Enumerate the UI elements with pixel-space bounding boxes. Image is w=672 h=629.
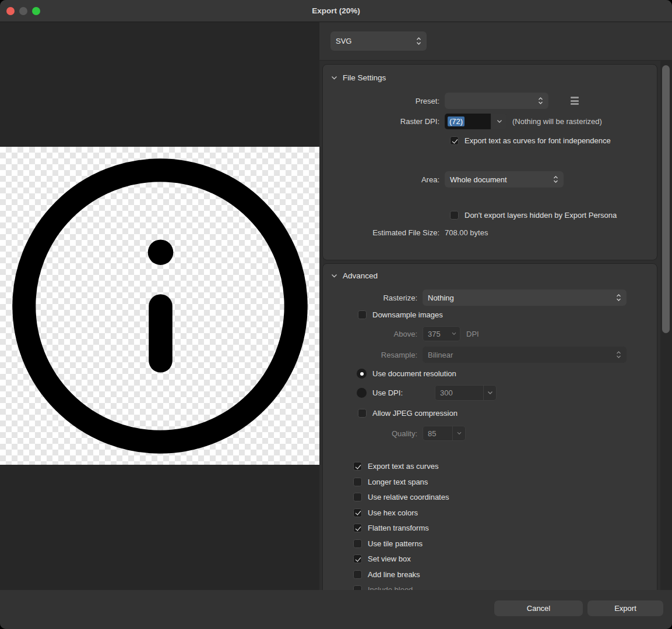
zoom-button[interactable] — [32, 7, 40, 15]
window-title: Export (20%) — [0, 6, 672, 15]
option-export-text-as-curves[interactable]: Export text as curves — [353, 462, 657, 471]
checkbox-label: Flatten transforms — [368, 524, 429, 532]
option-use-relative-coordinates[interactable]: Use relative coordinates — [353, 493, 657, 501]
raster-dpi-input[interactable]: (72) — [445, 114, 491, 129]
checkbox[interactable] — [358, 409, 367, 418]
preset-select[interactable] — [445, 93, 548, 109]
use-dpi-combo[interactable]: 300 — [435, 385, 497, 401]
scrollbar-track[interactable] — [660, 61, 672, 590]
checkbox[interactable] — [353, 570, 362, 579]
checkbox-label: Add line breaks — [368, 570, 420, 579]
rasterize-select-value: Nothing — [428, 294, 454, 302]
checkbox[interactable] — [353, 539, 362, 548]
info-icon — [12, 158, 308, 454]
chevron-down-icon — [331, 76, 337, 80]
estimated-size-value: 708.00 bytes — [445, 228, 488, 237]
checkbox[interactable] — [358, 310, 367, 319]
export-text-curves-font-checkbox[interactable]: Export text as curves for font independe… — [450, 136, 657, 145]
quality-dropdown-button[interactable] — [452, 426, 465, 440]
chevron-updown-icon — [616, 294, 621, 302]
option-flatten-transforms[interactable]: Flatten transforms — [353, 524, 657, 532]
checkbox-label: Downsample images — [372, 310, 443, 319]
use-document-resolution-radio[interactable]: Use document resolution — [357, 369, 657, 379]
chevron-updown-icon — [553, 175, 558, 183]
cancel-button[interactable]: Cancel — [494, 600, 583, 616]
use-dpi-dropdown-button[interactable] — [483, 386, 496, 400]
use-dpi-radio[interactable]: Use DPI: 300 — [357, 385, 657, 401]
quality-label: Quality: — [330, 429, 423, 438]
advanced-section: Advanced Rasterize: Nothing Downsample i — [322, 263, 657, 590]
option-set-view-box[interactable]: Set view box — [353, 554, 657, 563]
quality-combo[interactable]: 85 — [423, 426, 466, 441]
section-title: File Settings — [343, 73, 386, 82]
checkbox-label: Export text as curves — [368, 462, 438, 471]
radio-label: Use document resolution — [372, 369, 456, 378]
above-dpi-combo[interactable]: 375 — [423, 326, 460, 341]
rasterize-select[interactable]: Nothing — [423, 289, 627, 306]
raster-dpi-selected-text: (72) — [448, 116, 465, 126]
chevron-updown-icon — [538, 97, 543, 105]
checkbox-label: Set view box — [368, 554, 411, 563]
chevron-updown-icon — [416, 37, 421, 45]
option-use-tile-patterns[interactable]: Use tile patterns — [353, 539, 657, 548]
area-select[interactable]: Whole document — [445, 171, 564, 188]
preset-menu-button[interactable] — [571, 97, 579, 105]
radio-label: Use DPI: — [372, 388, 429, 397]
chevron-updown-icon — [616, 351, 621, 359]
checkbox-label: Don't export layers hidden by Export Per… — [465, 211, 617, 220]
close-button[interactable] — [6, 7, 15, 15]
section-title: Advanced — [343, 271, 378, 280]
advanced-header[interactable]: Advanced — [330, 270, 657, 281]
chevron-down-icon — [457, 432, 462, 435]
dialog-footer: Cancel Export — [0, 590, 672, 629]
file-settings-section: File Settings Preset: Raster DPI: — [322, 64, 657, 260]
raster-dpi-dropdown-button[interactable] — [492, 114, 506, 129]
rasterize-label: Rasterize: — [330, 294, 423, 302]
option-use-hex-colors[interactable]: Use hex colors — [353, 508, 657, 517]
preview-canvas — [0, 22, 319, 590]
format-strip: SVG — [319, 22, 672, 61]
chevron-down-icon — [452, 332, 456, 335]
checkbox[interactable] — [353, 554, 362, 563]
radio[interactable] — [357, 388, 367, 398]
checkbox[interactable] — [450, 211, 459, 220]
radio[interactable] — [357, 369, 367, 379]
resample-select[interactable]: Bilinear — [423, 347, 627, 363]
use-dpi-value: 300 — [435, 386, 483, 400]
export-button[interactable]: Export — [587, 600, 663, 616]
chevron-down-icon — [497, 119, 502, 123]
minimize-button[interactable] — [19, 7, 27, 15]
preset-label: Preset: — [330, 97, 445, 105]
option-add-line-breaks[interactable]: Add line breaks — [353, 570, 657, 579]
checkbox[interactable] — [353, 478, 362, 486]
resample-label: Resample: — [330, 351, 423, 359]
checkbox[interactable] — [353, 462, 362, 471]
transparency-checkerboard — [0, 147, 319, 465]
checkbox[interactable] — [450, 136, 459, 145]
chevron-down-icon — [331, 274, 337, 278]
allow-jpeg-compression-checkbox[interactable]: Allow JPEG compression — [358, 409, 657, 418]
raster-dpi-label: Raster DPI: — [330, 117, 445, 126]
downsample-images-checkbox[interactable]: Downsample images — [358, 310, 657, 319]
file-settings-header[interactable]: File Settings — [330, 72, 657, 83]
checkbox[interactable] — [353, 585, 362, 590]
format-select-value: SVG — [336, 37, 351, 45]
checkbox[interactable] — [353, 493, 362, 501]
chevron-down-icon — [487, 391, 493, 395]
export-dialog: Export (20%) SVG — [0, 0, 672, 629]
dont-export-hidden-checkbox[interactable]: Don't export layers hidden by Export Per… — [450, 211, 657, 220]
checkbox-label: Allow JPEG compression — [372, 409, 458, 418]
checkbox[interactable] — [353, 524, 362, 532]
raster-dpi-note: (Nothing will be rasterized) — [512, 117, 602, 126]
scrollbar-thumb[interactable] — [662, 65, 670, 333]
quality-value: 85 — [423, 426, 452, 440]
checkbox[interactable] — [353, 508, 362, 517]
format-select[interactable]: SVG — [330, 31, 427, 51]
export-settings-panel: SVG File Settings Preset: — [319, 22, 672, 590]
checkbox-label: Include bleed — [368, 585, 413, 590]
checkbox-label: Export text as curves for font independe… — [465, 136, 611, 145]
option-include-bleed[interactable]: Include bleed — [353, 585, 657, 590]
checkbox-label: Use tile patterns — [368, 539, 423, 548]
option-longer-text-spans[interactable]: Longer text spans — [353, 478, 657, 486]
resample-select-value: Bilinear — [428, 351, 453, 359]
